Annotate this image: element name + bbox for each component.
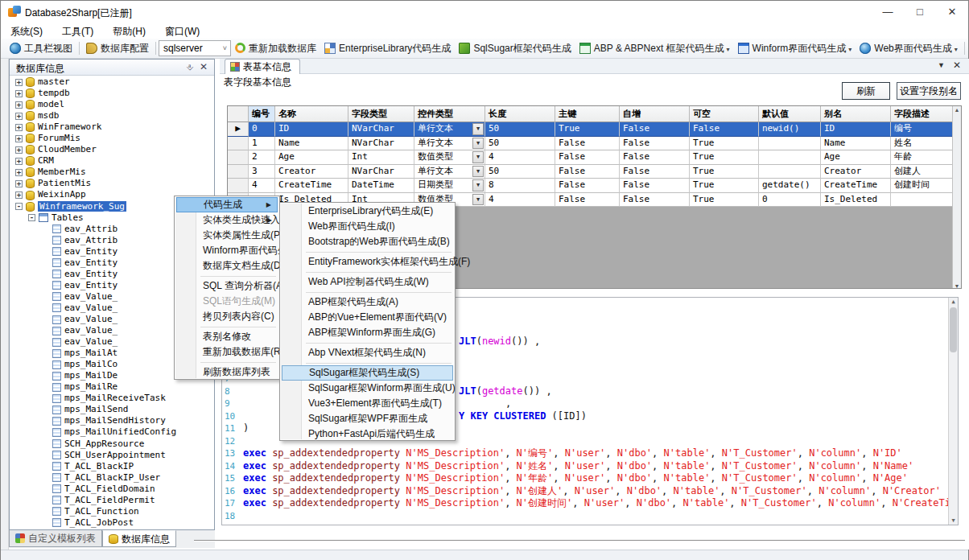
context-menu-item[interactable]: 拷贝列表内容(C)	[176, 309, 278, 324]
grid-cell[interactable]: True	[690, 150, 759, 165]
submenu-item[interactable]: SqlSugar框架代码生成(S)	[282, 365, 453, 381]
grid-column-header[interactable]: 可空	[690, 106, 759, 122]
expand-icon[interactable]: +	[15, 135, 23, 142]
grid-cell[interactable]: getdate()	[759, 179, 821, 193]
grid-column-header[interactable]: 编号	[249, 106, 275, 122]
database-type-combo[interactable]: sqlserver˅	[159, 40, 231, 56]
context-menu-item[interactable]: Winform界面代码生成(W)	[176, 243, 278, 258]
tree-node-table[interactable]: SCH_AppResource	[10, 439, 210, 450]
submenu-item[interactable]: EnterpriseLibrary代码生成(E)	[282, 204, 453, 219]
grid-column-header[interactable]: 默认值	[759, 106, 821, 122]
grid-cell[interactable]: 年龄	[891, 150, 954, 165]
dropdown-arrow-icon[interactable]: ▾	[848, 46, 851, 53]
tree-node-table[interactable]: mps_MailSendHistory	[10, 415, 210, 426]
expand-icon[interactable]: +	[15, 158, 23, 165]
panel-tab-自定义模板列表[interactable]: 自定义模板列表	[9, 530, 102, 547]
tree-node-table[interactable]: T_ACL_BlackIP	[10, 461, 210, 472]
panel-tab-数据库信息[interactable]: 数据库信息	[102, 530, 176, 547]
grid-cell[interactable]: 0	[759, 193, 821, 208]
grid-column-header[interactable]: 字段类型	[348, 106, 414, 122]
tree-node-table[interactable]: mps_MailReceiveTask	[10, 393, 210, 404]
toolbar-button-Winform界面代码生成[interactable]: Winform界面代码生成▾	[734, 39, 856, 58]
toolbar-button-工具栏视图[interactable]: 工具栏视图	[6, 39, 76, 58]
grid-cell[interactable]: False	[620, 193, 690, 208]
submenu-item[interactable]: SqlSugar框架Winform界面生成(U)	[282, 381, 453, 396]
context-menu-item[interactable]: 数据库文档生成(D)	[176, 258, 278, 274]
scroll-up-icon[interactable]: ▲	[949, 299, 958, 305]
grid-cell[interactable]: CreateTime	[275, 179, 348, 193]
context-menu-item[interactable]: SQL语句生成(M)	[176, 294, 278, 309]
grid-cell[interactable]: CreateTime	[821, 179, 891, 193]
grid-cell[interactable]: 8	[485, 179, 555, 193]
grid-cell[interactable]: True	[690, 137, 759, 151]
tab-list-dropdown-icon[interactable]: ▼	[938, 61, 945, 69]
grid-cell[interactable]: True	[690, 165, 759, 179]
grid-cell[interactable]: False	[555, 150, 620, 165]
grid-cell[interactable]: False	[620, 165, 690, 179]
grid-cell[interactable]: Int	[348, 150, 414, 165]
row-selector-cell[interactable]: ▶	[228, 122, 249, 137]
grid-row[interactable]: 4CreateTimeDateTime日期类型▼8FalseFalseTrueg…	[228, 179, 961, 193]
grid-cell[interactable]	[891, 193, 954, 208]
grid-cell[interactable]: Age	[275, 150, 348, 165]
toolbar-button-重新加载数据库[interactable]: 重新加载数据库	[231, 39, 320, 58]
grid-column-header[interactable]: 别名	[821, 106, 891, 122]
refresh-button[interactable]: 刷新	[842, 82, 890, 100]
cell-dropdown-icon[interactable]: ▼	[472, 194, 484, 206]
dropdown-arrow-icon[interactable]: ▾	[727, 46, 730, 53]
submenu-item[interactable]: ABP框架Winform界面生成(G)	[282, 325, 453, 340]
grid-cell[interactable]: 数值类型▼	[414, 150, 485, 165]
grid-column-header[interactable]: 自增	[620, 106, 690, 122]
grid-cell[interactable]: False	[620, 137, 690, 151]
grid-cell[interactable]: 0	[249, 122, 275, 137]
menubar-item-1[interactable]: 系统(S)	[1, 23, 52, 40]
context-menu-item[interactable]: 实体类属性生成(P)	[176, 228, 278, 243]
grid-cell[interactable]: Name	[821, 137, 891, 151]
submenu-item[interactable]: SqlSugar框架WPF界面生成	[282, 411, 453, 426]
submenu-item[interactable]: Python+FastApi后端代码生成	[282, 426, 453, 442]
grid-cell[interactable]: True	[690, 193, 759, 208]
grid-cell[interactable]: 单行文本▼	[414, 165, 485, 179]
grid-column-header[interactable]: 名称	[275, 106, 348, 122]
grid-row[interactable]: 1NameNVarChar单行文本▼50FalseFalseTrueName姓名	[228, 137, 961, 151]
grid-cell[interactable]: 50	[485, 165, 555, 179]
submenu-item[interactable]: ABP框架代码生成(A)	[282, 294, 453, 310]
grid-cell[interactable]: 50	[485, 137, 555, 151]
pin-icon[interactable]: ⎀	[186, 62, 193, 72]
grid-cell[interactable]: False	[620, 122, 690, 137]
tree-node-database[interactable]: +model	[10, 99, 210, 110]
tree-node-database[interactable]: +WinFramework	[10, 121, 210, 133]
grid-cell[interactable]: 日期类型▼	[414, 179, 485, 193]
grid-cell[interactable]: 4	[485, 150, 555, 165]
tree-node-table[interactable]: T_ACL_FieldDomain	[10, 484, 210, 495]
expand-icon[interactable]: +	[15, 146, 23, 154]
set-field-alias-button[interactable]: 设置字段别名	[897, 82, 961, 100]
grid-cell[interactable]: 创建时间	[891, 179, 954, 193]
minimize-button[interactable]: —	[872, 1, 904, 23]
grid-cell[interactable]: ID	[275, 122, 348, 137]
grid-cell[interactable]: Creator	[821, 165, 891, 179]
context-menu-item[interactable]: SQL 查询分析器(A)	[176, 278, 278, 294]
cell-dropdown-icon[interactable]: ▼	[472, 138, 484, 150]
grid-cell[interactable]: 4	[485, 193, 555, 208]
expand-icon[interactable]: +	[15, 113, 23, 120]
expand-icon[interactable]: +	[15, 191, 23, 199]
grid-cell[interactable]: NVarChar	[348, 137, 414, 151]
collapse-icon[interactable]: -	[28, 214, 35, 221]
grid-cell[interactable]: newid()	[759, 122, 821, 137]
toolbar-button-Web界面代码生成[interactable]: Web界面代码生成▾	[856, 39, 961, 58]
expand-icon[interactable]: +	[15, 90, 23, 97]
expand-icon[interactable]: +	[15, 169, 23, 176]
cell-dropdown-icon[interactable]: ▼	[472, 151, 484, 163]
grid-cell[interactable]: 编号	[891, 122, 954, 137]
grid-cell[interactable]: False	[620, 179, 690, 193]
grid-cell[interactable]	[759, 137, 821, 151]
grid-cell[interactable]: Creator	[275, 165, 348, 179]
context-menu-item[interactable]: 实体类生成快速入口▶	[176, 212, 278, 228]
collapse-icon[interactable]: -	[15, 203, 23, 210]
row-selector-cell[interactable]	[228, 137, 249, 151]
row-selector-cell[interactable]	[228, 150, 249, 165]
menubar-item-2[interactable]: 工具(T)	[52, 23, 103, 40]
menubar-item-3[interactable]: 帮助(H)	[103, 23, 155, 40]
grid-row[interactable]: 2AgeInt数值类型▼4FalseFalseTrueAge年龄	[228, 150, 961, 165]
